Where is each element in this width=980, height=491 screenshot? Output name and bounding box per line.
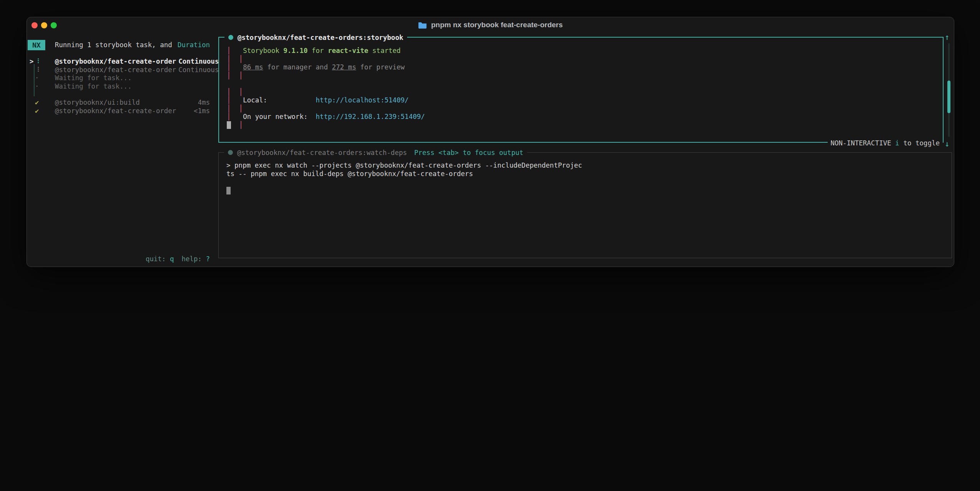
terminal-text-segment: │ <box>227 96 231 104</box>
terminal-text-segment: │ │ <box>227 105 243 112</box>
terminal-text-segment <box>267 96 315 104</box>
terminal-text-segment: │ <box>227 47 231 54</box>
terminal-text-segment: 272 ms <box>332 63 356 71</box>
toggle-key: i <box>895 139 899 147</box>
terminal-line <box>226 178 949 186</box>
terminal-text-segment: │ │ <box>227 88 243 96</box>
terminal-line: │ Local: http://localhost:51409/ <box>227 96 940 105</box>
terminal-text-segment: Local: <box>243 96 267 104</box>
task-name: Waiting for task... <box>55 82 132 91</box>
terminal-text-segment <box>231 121 239 129</box>
storybook-pane-title: @storybooknx/feat-create-orders:storyboo… <box>238 34 403 41</box>
terminal-text-segment: 86 ms <box>243 63 263 71</box>
scroll-down-arrow-icon[interactable]: ↓ <box>945 139 950 148</box>
task-status-dot <box>228 150 233 155</box>
terminal-text-segment <box>308 113 316 120</box>
terminal-text-segment: for manager and <box>263 63 332 71</box>
task-status: Continuous <box>178 66 219 74</box>
terminal-text-segment: │ <box>227 113 231 120</box>
terminal-text-segment: > pnpm exec nx watch --projects @storybo… <box>226 161 582 169</box>
task-duration: 4ms <box>198 98 210 107</box>
watch-deps-terminal-output: > pnpm exec nx watch --projects @storybo… <box>226 161 949 256</box>
task-name: @storybooknx/ui:build <box>55 98 140 107</box>
terminal-text-segment: │ │ <box>227 55 243 63</box>
terminal-text-segment <box>231 113 243 120</box>
terminal-text-segment: react-vite <box>328 47 368 54</box>
completed-task-row[interactable]: ✔ @storybooknx/ui:build 4ms <box>27 98 210 107</box>
task-success-check-icon: ✔ <box>35 107 39 115</box>
task-row-active[interactable]: > ⠸ @storybooknx/feat-create-order Conti… <box>27 57 210 66</box>
toggle-text: to toggle <box>899 139 940 147</box>
terminal-line <box>226 186 949 195</box>
terminal-text-segment <box>231 96 243 104</box>
network-url-link[interactable]: http://192.168.1.239:51409/ <box>316 113 425 120</box>
terminal-line: │ <box>227 121 940 130</box>
selected-task-marker: > <box>30 57 34 66</box>
terminal-text-segment: for preview <box>356 63 404 71</box>
terminal-cursor <box>227 121 231 129</box>
task-row-waiting[interactable]: · Waiting for task... <box>27 82 210 91</box>
task-row[interactable]: ⠸ @storybooknx/feat-create-order Continu… <box>27 66 210 74</box>
terminal-text-segment: Storybook <box>243 47 283 54</box>
desktop-background: pnpm nx storybook feat-create-orders NX … <box>0 0 980 491</box>
terminal-text-segment: On your network: <box>243 113 308 120</box>
window-title: pnpm nx storybook feat-create-orders <box>431 21 563 29</box>
folder-icon <box>418 21 427 29</box>
task-duration: <1ms <box>194 107 210 115</box>
storybook-pane-header: @storybooknx/feat-create-orders:storyboo… <box>224 32 407 43</box>
watch-deps-pane[interactable]: @storybooknx/feat-create-orders:watch-de… <box>218 152 952 258</box>
task-spinner-icon: ⠸ <box>35 66 40 74</box>
window-titlebar[interactable]: pnpm nx storybook feat-create-orders <box>27 21 954 29</box>
terminal-text-segment: started <box>368 47 401 54</box>
task-pending-dot-icon: · <box>35 82 39 91</box>
terminal-text-segment: │ <box>239 121 243 129</box>
task-status: Continuous <box>178 57 219 66</box>
scrollbar-thumb[interactable] <box>947 81 950 113</box>
local-url-link[interactable]: http://localhost:51409/ <box>316 96 409 104</box>
terminal-text-segment <box>231 47 243 54</box>
terminal-text-segment: │ <box>227 63 231 71</box>
terminal-line <box>227 80 940 88</box>
terminal-line: > pnpm exec nx watch --projects @storybo… <box>226 161 949 170</box>
task-list-header: Running 1 storybook task, and Duration <box>27 41 210 49</box>
terminal-text-segment <box>231 63 243 71</box>
task-name: @storybooknx/feat-create-order <box>55 57 176 66</box>
terminal-line: ts -- pnpm exec nx build-deps @storybook… <box>226 170 949 178</box>
help-key: ? <box>206 255 210 263</box>
help-hint-label: help: <box>181 255 202 263</box>
non-interactive-label: NON-INTERACTIVE i to toggle <box>828 139 943 147</box>
task-name: Waiting for task... <box>55 74 132 82</box>
non-interactive-text: NON-INTERACTIVE <box>831 139 896 147</box>
terminal-line: │ │ <box>227 88 940 97</box>
storybook-output-pane[interactable]: @storybooknx/feat-create-orders:storyboo… <box>218 37 944 143</box>
terminal-text-segment: 9.1.10 <box>284 47 308 54</box>
terminal-text-segment: │ │ <box>227 72 243 79</box>
scroll-up-arrow-icon[interactable]: ↑ <box>945 33 950 42</box>
tasks-summary: Running 1 storybook task, and <box>55 41 172 49</box>
terminal-text-segment: for <box>308 47 328 54</box>
quit-key: q <box>170 255 174 263</box>
terminal-line: │ │ <box>227 105 940 113</box>
quit-hint-label: quit: <box>145 255 166 263</box>
task-name: @storybooknx/feat-create-order <box>55 66 176 74</box>
terminal-line: │ │ <box>227 55 940 64</box>
focus-output-hint: Press <tab> to focus output <box>414 149 523 157</box>
terminal-line: │ │ <box>227 72 940 80</box>
task-success-check-icon: ✔ <box>35 98 39 107</box>
running-task-status-dot <box>228 35 233 40</box>
duration-column-header: Duration <box>178 41 210 49</box>
watch-deps-pane-header: @storybooknx/feat-create-orders:watch-de… <box>224 147 527 158</box>
task-spinner-icon: ⠸ <box>35 57 40 66</box>
storybook-terminal-output: │ Storybook 9.1.10 for react-vite starte… <box>227 47 940 140</box>
keybind-hints: quit: qhelp: ? <box>55 255 210 263</box>
terminal-line: │ On your network: http://192.168.1.239:… <box>227 113 940 121</box>
task-name: @storybooknx/feat-create-order <box>55 107 176 115</box>
task-row-waiting[interactable]: · Waiting for task... <box>27 74 210 82</box>
completed-task-row[interactable]: ✔ @storybooknx/feat-create-order <1ms <box>27 107 210 115</box>
terminal-line: │ 86 ms for manager and 272 ms for previ… <box>227 63 940 72</box>
terminal-cursor <box>226 187 231 194</box>
watch-deps-pane-title: @storybooknx/feat-create-orders:watch-de… <box>237 149 407 157</box>
terminal-window: pnpm nx storybook feat-create-orders NX … <box>26 17 954 267</box>
task-pending-dot-icon: · <box>35 74 39 82</box>
terminal-text-segment: ts -- pnpm exec nx build-deps @storybook… <box>226 170 473 178</box>
